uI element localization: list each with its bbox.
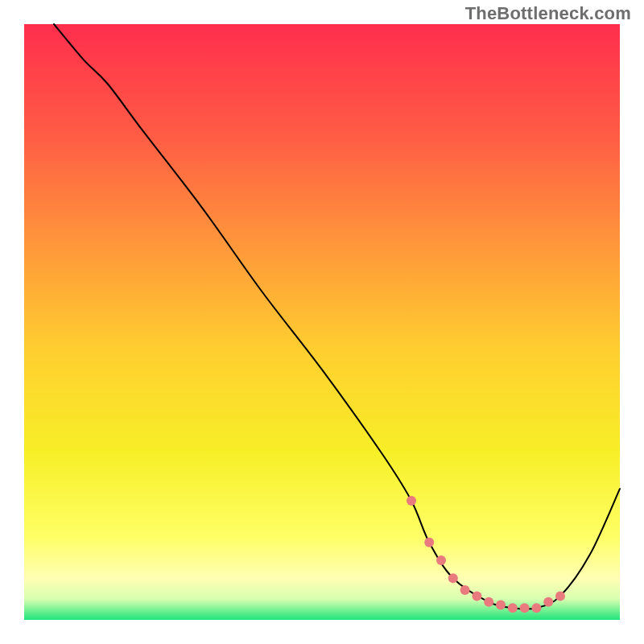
optimal-marker: [496, 601, 506, 610]
optimal-marker: [543, 597, 553, 607]
bottleneck-chart: [0, 0, 644, 644]
optimal-marker: [531, 603, 541, 613]
optimal-marker: [460, 585, 470, 595]
chart-background: [24, 24, 620, 620]
optimal-marker: [472, 591, 481, 601]
optimal-marker: [407, 496, 416, 506]
optimal-marker: [520, 603, 530, 613]
watermark-text: TheBottleneck.com: [465, 3, 631, 24]
optimal-marker: [508, 603, 518, 613]
optimal-marker: [448, 573, 458, 583]
optimal-marker: [424, 538, 434, 547]
optimal-marker: [484, 597, 493, 607]
optimal-marker: [555, 591, 565, 601]
optimal-marker: [436, 555, 446, 565]
